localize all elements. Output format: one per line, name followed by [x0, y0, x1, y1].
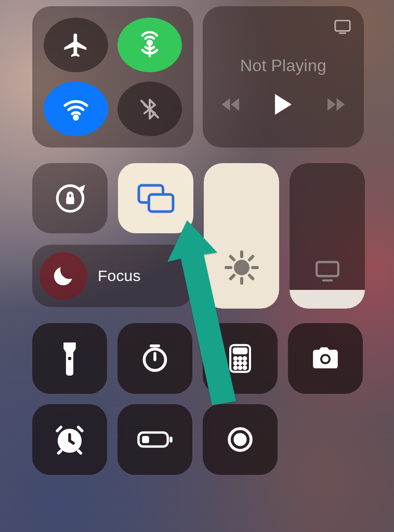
orientation-lock-toggle[interactable] — [32, 163, 108, 233]
airplay-output-icon — [290, 260, 365, 282]
volume-slider[interactable] — [290, 163, 365, 309]
airplane-mode-toggle[interactable] — [44, 18, 108, 72]
media-title: Not Playing — [240, 56, 326, 75]
wifi-toggle[interactable] — [44, 82, 108, 136]
svg-point-24 — [243, 357, 246, 360]
svg-point-30 — [243, 366, 246, 369]
svg-rect-36 — [169, 436, 173, 442]
screen-mirroring-icon — [136, 182, 176, 215]
svg-point-29 — [239, 366, 242, 369]
alarm-tile[interactable] — [32, 404, 107, 475]
svg-rect-17 — [317, 262, 338, 276]
battery-low-icon — [136, 430, 174, 449]
sun-icon — [223, 249, 260, 286]
svg-point-38 — [235, 434, 245, 445]
media-panel[interactable]: Not Playing — [203, 6, 364, 148]
svg-line-16 — [249, 257, 253, 260]
media-rewind-button[interactable] — [221, 97, 243, 112]
record-icon — [226, 425, 255, 454]
svg-line-13 — [230, 257, 233, 260]
focus-circle — [40, 252, 87, 300]
svg-point-27 — [243, 362, 246, 364]
svg-point-8 — [235, 261, 248, 274]
svg-line-14 — [249, 275, 253, 278]
airplane-icon — [62, 31, 90, 59]
timer-icon — [140, 343, 170, 374]
svg-rect-21 — [234, 349, 247, 353]
media-forward-button[interactable] — [324, 97, 346, 112]
svg-rect-7 — [149, 194, 173, 211]
flashlight-icon — [60, 341, 80, 376]
alarm-clock-icon — [54, 424, 86, 455]
calculator-tile[interactable] — [203, 323, 278, 394]
media-play-button[interactable] — [274, 94, 293, 115]
focus-toggle[interactable]: Focus — [32, 245, 193, 307]
cellular-data-toggle[interactable] — [117, 18, 182, 72]
fast-forward-icon — [324, 97, 346, 112]
svg-point-28 — [234, 366, 237, 369]
calculator-icon — [228, 343, 252, 374]
svg-point-0 — [148, 41, 151, 44]
svg-rect-3 — [335, 21, 350, 31]
control-center: Not Playing — [32, 6, 365, 475]
bluetooth-toggle[interactable] — [117, 82, 182, 136]
svg-point-26 — [239, 362, 242, 364]
quick-tiles — [32, 323, 365, 475]
airplay-tv-icon — [334, 19, 351, 34]
play-icon — [274, 94, 293, 115]
svg-line-15 — [230, 275, 233, 278]
camera-tile[interactable] — [288, 323, 363, 394]
svg-rect-35 — [142, 436, 149, 443]
svg-point-32 — [322, 356, 329, 362]
low-power-tile[interactable] — [117, 404, 192, 475]
svg-point-18 — [68, 357, 72, 361]
moon-icon — [50, 263, 76, 289]
svg-point-23 — [239, 357, 242, 360]
svg-point-25 — [234, 362, 237, 364]
brightness-slider[interactable] — [204, 163, 279, 309]
rewind-icon — [221, 97, 243, 112]
flashlight-tile[interactable] — [32, 323, 107, 394]
media-controls — [221, 94, 346, 115]
svg-point-1 — [74, 116, 78, 119]
focus-label: Focus — [98, 267, 141, 285]
cellular-antenna-icon — [135, 31, 164, 60]
screen-mirroring-toggle[interactable] — [118, 163, 193, 233]
screen-record-tile[interactable] — [203, 404, 278, 475]
orientation-lock-icon — [53, 181, 87, 216]
camera-icon — [309, 346, 342, 371]
svg-point-22 — [234, 357, 237, 360]
connectivity-panel[interactable] — [32, 6, 193, 148]
timer-tile[interactable] — [117, 323, 192, 394]
wifi-icon — [61, 95, 90, 124]
bluetooth-off-icon — [137, 97, 162, 122]
